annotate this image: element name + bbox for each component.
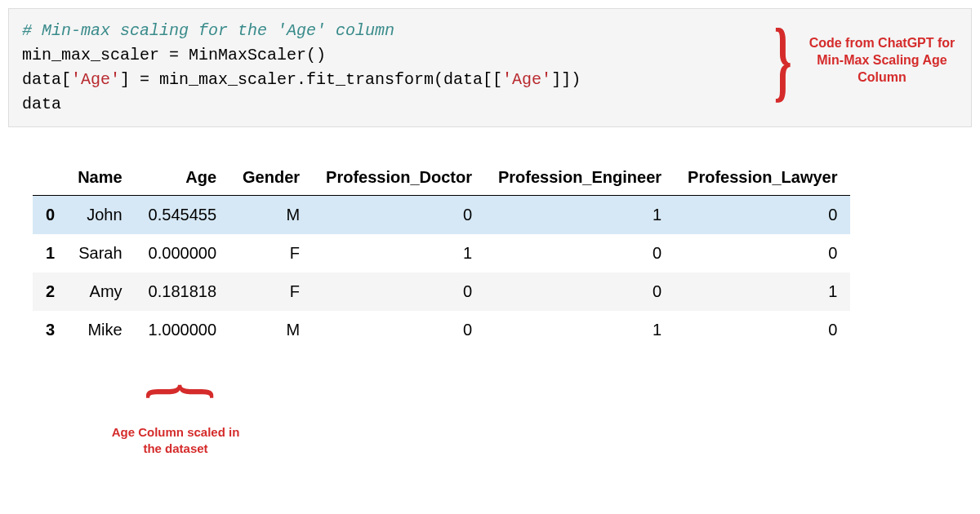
dataframe-output: Name Age Gender Profession_Doctor Profes… — [33, 160, 972, 349]
table-row: 3 Mike 1.000000 M 0 1 0 — [33, 311, 850, 349]
cell-age: 0.000000 — [136, 234, 229, 273]
cell-lawyer: 0 — [675, 311, 850, 349]
cell-gender: M — [229, 311, 313, 349]
annotation-code-source: } Code from ChatGPT for Min-Max Scaling … — [765, 20, 956, 101]
cell-gender: M — [229, 196, 313, 235]
col-gender: Gender — [229, 160, 313, 196]
cell-engineer: 1 — [485, 311, 675, 349]
table-row: 0 John 0.545455 M 0 1 0 — [33, 196, 850, 235]
col-profession-engineer: Profession_Engineer — [485, 160, 675, 196]
cell-lawyer: 0 — [675, 196, 850, 235]
annotation-text: Code from ChatGPT for Min-Max Scaling Ag… — [808, 35, 956, 86]
col-name: Name — [65, 160, 135, 196]
cell-doctor: 1 — [313, 234, 485, 273]
table-header-row: Name Age Gender Profession_Doctor Profes… — [33, 160, 850, 196]
cell-engineer: 1 — [485, 196, 675, 235]
cell-index: 0 — [33, 196, 65, 235]
table-row: 2 Amy 0.181818 F 0 0 1 — [33, 273, 850, 311]
cell-lawyer: 0 — [675, 234, 850, 273]
cell-name: John — [65, 196, 135, 235]
cell-index: 3 — [33, 311, 65, 349]
cell-name: Sarah — [65, 234, 135, 273]
cell-age: 1.000000 — [136, 311, 229, 349]
annotation-age-scaled: } Age Column scaled in the dataset — [106, 375, 245, 456]
cell-doctor: 0 — [313, 196, 485, 235]
col-profession-lawyer: Profession_Lawyer — [675, 160, 850, 196]
cell-name: Amy — [65, 273, 135, 311]
table-row: 1 Sarah 0.000000 F 1 0 0 — [33, 234, 850, 273]
cell-doctor: 0 — [313, 311, 485, 349]
cell-engineer: 0 — [485, 273, 675, 311]
dataframe-table: Name Age Gender Profession_Doctor Profes… — [33, 160, 850, 349]
cell-name: Mike — [65, 311, 135, 349]
cell-age: 0.545455 — [136, 196, 229, 235]
annotation-text: Age Column scaled in the dataset — [106, 424, 245, 456]
brace-icon: } — [159, 383, 192, 400]
brace-icon: } — [773, 20, 791, 101]
cell-index: 1 — [33, 234, 65, 273]
cell-age: 0.181818 — [136, 273, 229, 311]
col-profession-doctor: Profession_Doctor — [313, 160, 485, 196]
cell-gender: F — [229, 234, 313, 273]
cell-gender: F — [229, 273, 313, 311]
cell-doctor: 0 — [313, 273, 485, 311]
cell-lawyer: 1 — [675, 273, 850, 311]
col-age: Age — [136, 160, 229, 196]
cell-index: 2 — [33, 273, 65, 311]
col-index — [33, 160, 65, 196]
cell-engineer: 0 — [485, 234, 675, 273]
